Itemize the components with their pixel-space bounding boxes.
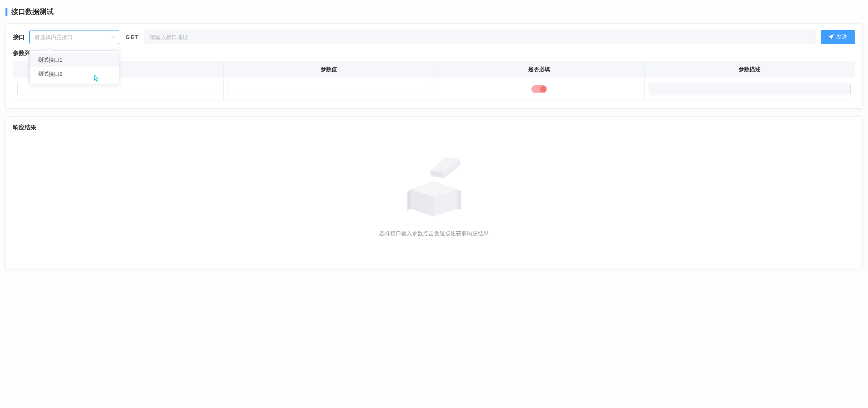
params-list-label: 参数列	[6, 50, 862, 61]
switch-knob	[540, 86, 546, 92]
param-value-input[interactable]	[228, 83, 430, 95]
dropdown-option-1[interactable]: 测试接口1	[30, 53, 119, 67]
empty-state-text: 选择接口输入参数点击发送按钮获取响应结果	[379, 230, 489, 237]
http-method-label: GET	[126, 34, 139, 40]
interface-select[interactable]: 测试接口1 测试接口2	[29, 30, 119, 44]
params-table: 参数值 是否必填 参数描述	[13, 61, 855, 100]
param-value-cell	[224, 78, 434, 100]
param-name-input[interactable]	[17, 83, 219, 95]
param-description-cell	[645, 78, 855, 100]
response-title: 响应结果	[13, 124, 855, 131]
column-header-value: 参数值	[224, 61, 434, 78]
empty-state: 选择接口输入参数点击发送按钮获取响应结果	[13, 139, 855, 261]
url-input[interactable]	[144, 30, 816, 44]
response-card: 响应结果 选择接口输入参数点击发	[5, 116, 863, 268]
column-header-required: 是否必填	[434, 61, 645, 78]
column-header-description: 参数描述	[645, 61, 855, 78]
page-title: 接口数据测试	[11, 7, 54, 16]
page-title-bar: 接口数据测试	[0, 0, 868, 23]
required-toggle[interactable]	[531, 85, 547, 93]
svg-marker-7	[457, 189, 461, 210]
request-card: 接口 测试接口1 测试接口2 GET	[5, 23, 863, 109]
interface-select-input[interactable]	[29, 30, 119, 44]
empty-box-icon	[399, 151, 469, 222]
title-accent-bar	[5, 8, 7, 16]
svg-marker-6	[407, 189, 411, 211]
param-description-input	[649, 83, 851, 95]
send-icon	[829, 34, 834, 41]
params-table-header: 参数值 是否必填 参数描述	[13, 61, 855, 78]
send-button[interactable]: 发送	[821, 30, 855, 44]
table-row	[13, 78, 855, 100]
request-bar: 接口 测试接口1 测试接口2 GET	[6, 24, 862, 50]
dropdown-option-2[interactable]: 测试接口2	[30, 67, 119, 81]
param-required-cell	[434, 78, 645, 100]
interface-dropdown: 测试接口1 测试接口2	[29, 50, 119, 84]
send-button-label: 发送	[836, 34, 847, 41]
interface-label: 接口	[13, 34, 25, 41]
